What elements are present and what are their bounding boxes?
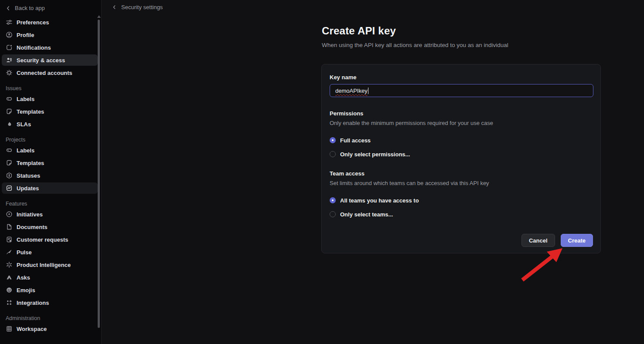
- hexagon-icon: [6, 172, 13, 179]
- sidebar-item-customer-requests[interactable]: Customer requests: [2, 234, 98, 245]
- breadcrumb-label: Security settings: [121, 4, 163, 10]
- people-key-icon: [6, 57, 13, 64]
- key-name-value: demoAPIkey: [335, 88, 368, 94]
- notification-square-icon: [6, 44, 13, 51]
- document-icon: [6, 223, 13, 230]
- radio-only-select-permissions[interactable]: Only select permissions...: [330, 150, 593, 158]
- sidebar-item-label: Customer requests: [17, 236, 68, 243]
- page-subtitle: When using the API key all actions are a…: [322, 42, 508, 48]
- sidebar-item-connected-accounts[interactable]: Connected accounts: [2, 67, 98, 78]
- smiley-icon: [6, 287, 13, 293]
- radio-all-teams[interactable]: All teams you have access to: [330, 196, 593, 204]
- sidebar-item-label: Pulse: [17, 249, 32, 256]
- sidebar-item-documents[interactable]: Documents: [2, 221, 98, 233]
- page-title: Create API key: [322, 25, 396, 37]
- sidebar-item-label: Preferences: [17, 19, 49, 26]
- note-icon: [6, 159, 13, 166]
- sidebar-item-product-intelligence[interactable]: Product Intelligence: [2, 259, 98, 270]
- sidebar-section-administration: Administration: [2, 314, 98, 323]
- sidebar-nav: Preferences Profile Notifications Securi…: [0, 13, 101, 334]
- chevron-left-icon: [112, 4, 117, 10]
- sliders-icon: [6, 19, 13, 26]
- radio-full-access[interactable]: Full access: [330, 136, 593, 144]
- back-to-app-button[interactable]: Back to app: [0, 0, 101, 13]
- pulse-icon: [6, 249, 13, 256]
- key-name-label: Key name: [330, 74, 593, 81]
- radio-unselected-icon[interactable]: [330, 211, 336, 217]
- sidebar-item-updates[interactable]: Updates: [2, 182, 98, 194]
- sidebar-item-label: Statuses: [17, 172, 40, 179]
- team-access-description: Set limits around which teams can be acc…: [330, 180, 593, 186]
- radio-unselected-icon[interactable]: [330, 151, 336, 157]
- create-api-key-card: Key name demoAPIkey Permissions Only ena…: [321, 64, 601, 253]
- asks-icon: [6, 274, 13, 281]
- sidebar-item-project-labels[interactable]: Labels: [2, 145, 98, 156]
- note-icon: [6, 108, 13, 115]
- sidebar-item-label: Labels: [17, 96, 34, 102]
- sidebar-item-project-templates[interactable]: Templates: [2, 157, 98, 169]
- permissions-options: Full access Only select permissions...: [330, 136, 593, 158]
- sidebar-item-label: Asks: [17, 274, 30, 281]
- sidebar-item-label: Templates: [17, 160, 44, 166]
- dialog-actions: Cancel Create: [521, 234, 593, 247]
- sidebar-item-label: Integrations: [17, 300, 49, 306]
- request-doc-icon: [6, 236, 13, 243]
- sidebar-item-emojis[interactable]: Emojis: [2, 284, 98, 296]
- sidebar-item-label: Emojis: [17, 287, 35, 293]
- sidebar-section-projects: Projects: [2, 135, 98, 145]
- compass-icon: [6, 211, 13, 218]
- sidebar-item-profile[interactable]: Profile: [2, 29, 98, 40]
- permissions-section: Permissions Only enable the minimum perm…: [330, 110, 593, 158]
- create-button[interactable]: Create: [561, 234, 593, 247]
- radio-selected-icon[interactable]: [330, 137, 336, 143]
- radio-only-select-teams[interactable]: Only select teams...: [330, 210, 593, 218]
- tag-icon: [6, 95, 13, 102]
- settings-sidebar: Back to app Preferences Profile Notifica…: [0, 0, 102, 344]
- sidebar-item-label: Product Intelligence: [17, 262, 71, 268]
- sidebar-item-issue-templates[interactable]: Templates: [2, 106, 98, 117]
- sidebar-scrollbar-thumb[interactable]: [98, 20, 100, 328]
- sidebar-item-initiatives[interactable]: Initiatives: [2, 209, 98, 220]
- team-access-section: Team access Set limits around which team…: [330, 170, 593, 218]
- team-access-options: All teams you have access to Only select…: [330, 196, 593, 218]
- sidebar-item-label: Profile: [17, 32, 34, 38]
- scrollbar-up-arrow[interactable]: [97, 15, 101, 18]
- sidebar-item-label: Documents: [17, 224, 48, 230]
- breadcrumb-security-settings[interactable]: Security settings: [112, 4, 163, 10]
- sidebar-item-integrations[interactable]: Integrations: [2, 297, 98, 308]
- sidebar-item-label: Workspace: [17, 326, 47, 332]
- chevron-left-icon: [5, 5, 11, 11]
- settings-app: Back to app Preferences Profile Notifica…: [0, 0, 644, 344]
- sidebar-section-issues: Issues: [2, 84, 98, 93]
- permissions-title: Permissions: [330, 110, 593, 117]
- permissions-description: Only enable the minimum permissions requ…: [330, 120, 593, 126]
- sidebar-item-security-access[interactable]: Security & access: [2, 54, 98, 66]
- gear-icon: [6, 69, 13, 76]
- cancel-button[interactable]: Cancel: [521, 234, 555, 247]
- sidebar-item-preferences[interactable]: Preferences: [2, 17, 98, 28]
- sidebar-item-label: Notifications: [17, 44, 51, 51]
- sidebar-item-workspace[interactable]: Workspace: [2, 323, 98, 334]
- chart-square-icon: [6, 185, 13, 192]
- sidebar-item-asks[interactable]: Asks: [2, 272, 98, 283]
- tag-icon: [6, 147, 13, 154]
- text-caret: [368, 88, 369, 94]
- sidebar-section-features: Features: [2, 199, 98, 209]
- flame-icon: [6, 121, 13, 128]
- sidebar-item-pulse[interactable]: Pulse: [2, 246, 98, 258]
- person-circle-icon: [6, 31, 13, 38]
- sidebar-item-label: Templates: [17, 108, 44, 115]
- sidebar-item-slas[interactable]: SLAs: [2, 118, 98, 130]
- blocks-icon: [6, 299, 13, 306]
- back-to-app-label: Back to app: [15, 5, 45, 11]
- sidebar-item-notifications[interactable]: Notifications: [2, 42, 98, 53]
- sidebar-item-label: Updates: [17, 185, 39, 192]
- radio-selected-icon[interactable]: [330, 197, 336, 203]
- key-name-input[interactable]: demoAPIkey: [330, 84, 593, 97]
- sidebar-item-label: Initiatives: [17, 211, 43, 218]
- team-access-title: Team access: [330, 170, 593, 177]
- sparkle-icon: [6, 261, 13, 268]
- sidebar-item-issue-labels[interactable]: Labels: [2, 93, 98, 105]
- building-icon: [6, 325, 13, 332]
- sidebar-item-statuses[interactable]: Statuses: [2, 170, 98, 181]
